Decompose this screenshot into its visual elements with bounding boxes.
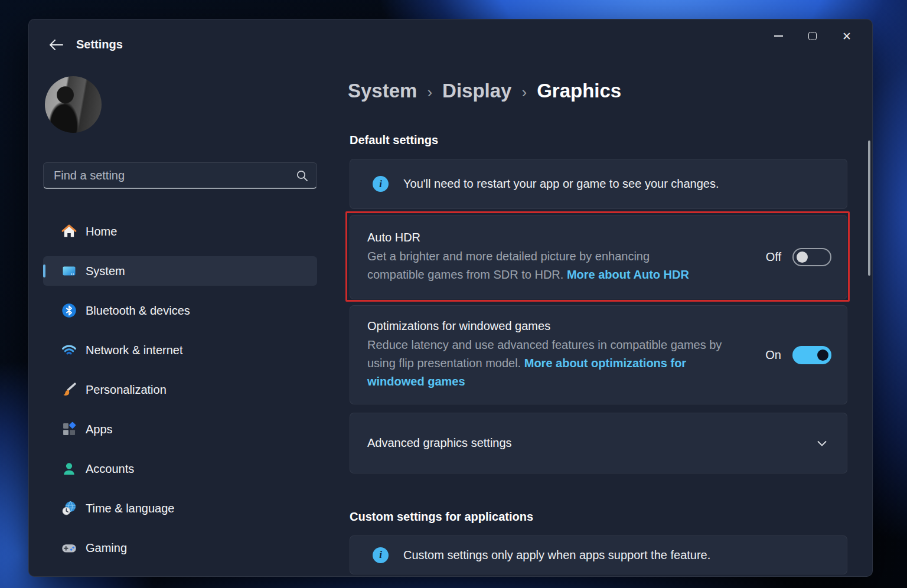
sidebar-item-personalization[interactable]: Personalization	[43, 375, 317, 404]
breadcrumb-system[interactable]: System	[348, 80, 417, 102]
auto-hdr-text: Auto HDR Get a brighter and more detaile…	[367, 231, 709, 284]
toggle-thumb	[797, 251, 808, 263]
gaming-icon	[61, 540, 77, 556]
optimizations-toggle-group: On	[765, 346, 831, 364]
info-icon: i	[373, 176, 389, 192]
custom-settings-info-banner: i Custom settings only apply when apps s…	[350, 535, 847, 574]
info-icon: i	[373, 547, 389, 563]
restart-banner-text: You'll need to restart your app or game …	[403, 177, 719, 191]
sidebar-item-bluetooth-devices[interactable]: Bluetooth & devices	[43, 296, 317, 325]
auto-hdr-title: Auto HDR	[367, 231, 709, 244]
system-icon	[61, 263, 77, 279]
sidebar-item-gaming[interactable]: Gaming	[43, 533, 317, 563]
personalization-icon	[61, 381, 77, 398]
auto-hdr-description: Get a brighter and more detailed picture…	[367, 247, 709, 284]
optimizations-toggle[interactable]	[792, 346, 831, 364]
app-title: Settings	[76, 38, 123, 51]
windowed-games-optimizations-card: Optimizations for windowed games Reduce …	[350, 305, 847, 404]
auto-hdr-toggle-label: Off	[766, 250, 781, 264]
window-controls: ✕	[761, 24, 864, 48]
scrollbar-thumb[interactable]	[868, 141, 870, 276]
sidebar-nav: Home System Bl	[43, 217, 317, 573]
toggle-thumb	[817, 349, 828, 361]
auto-hdr-toggle[interactable]	[792, 248, 831, 266]
advanced-graphics-settings-expander[interactable]: Advanced graphics settings	[350, 413, 847, 473]
apps-icon	[61, 421, 77, 437]
sidebar-item-network-internet[interactable]: Network & internet	[43, 335, 317, 365]
default-settings-heading: Default settings	[350, 133, 438, 147]
breadcrumb: System › Display › Graphics	[348, 80, 621, 102]
settings-window: Settings ✕ Home	[28, 19, 873, 577]
sidebar-item-label: Accounts	[86, 462, 134, 476]
close-button[interactable]: ✕	[830, 24, 864, 48]
custom-settings-heading: Custom settings for applications	[350, 510, 533, 524]
search-box[interactable]	[43, 162, 317, 189]
maximize-icon	[808, 32, 817, 40]
sidebar-item-label: Apps	[86, 423, 113, 436]
auto-hdr-toggle-group: Off	[766, 248, 831, 266]
advanced-graphics-settings-label: Advanced graphics settings	[367, 436, 512, 450]
restart-info-banner: i You'll need to restart your app or gam…	[350, 159, 847, 209]
breadcrumb-graphics: Graphics	[537, 80, 621, 102]
back-button[interactable]	[43, 35, 69, 55]
more-about-auto-hdr-link[interactable]: More about Auto HDR	[567, 268, 689, 281]
sidebar-item-time-language[interactable]: Time & language	[43, 494, 317, 523]
close-icon: ✕	[842, 31, 851, 42]
sidebar-item-label: Personalization	[86, 383, 167, 397]
auto-hdr-card: Auto HDR Get a brighter and more detaile…	[350, 215, 847, 299]
sidebar-item-system[interactable]: System	[43, 256, 317, 286]
chevron-right-icon: ›	[521, 83, 527, 102]
network-icon	[61, 342, 77, 358]
user-avatar	[45, 76, 102, 133]
search-input[interactable]	[54, 169, 296, 182]
custom-banner-text: Custom settings only apply when apps sup…	[403, 548, 710, 562]
back-arrow-icon	[49, 40, 63, 50]
optimizations-text: Optimizations for windowed games Reduce …	[367, 319, 727, 391]
search-icon[interactable]	[296, 169, 308, 182]
time-language-icon	[61, 500, 77, 517]
sidebar-item-label: Time & language	[86, 502, 174, 515]
accounts-icon	[61, 460, 77, 477]
bluetooth-icon	[61, 302, 77, 319]
optimizations-description: Reduce latency and use advanced features…	[367, 336, 727, 391]
optimizations-title: Optimizations for windowed games	[367, 319, 727, 333]
sidebar-item-label: Home	[86, 225, 117, 239]
sidebar-item-label: System	[86, 264, 125, 278]
minimize-icon	[774, 35, 783, 37]
sidebar-item-accounts[interactable]: Accounts	[43, 454, 317, 484]
sidebar-item-label: Bluetooth & devices	[86, 304, 190, 318]
sidebar-item-label: Network & internet	[86, 344, 183, 357]
maximize-button[interactable]	[795, 24, 830, 48]
home-icon	[61, 223, 77, 240]
sidebar-item-apps[interactable]: Apps	[43, 414, 317, 444]
sidebar-item-home[interactable]: Home	[43, 217, 317, 246]
chevron-right-icon: ›	[427, 83, 432, 102]
sidebar-item-label: Gaming	[86, 541, 127, 555]
chevron-down-icon[interactable]	[815, 436, 829, 450]
breadcrumb-display[interactable]: Display	[442, 80, 511, 102]
minimize-button[interactable]	[761, 24, 795, 48]
optimizations-toggle-label: On	[765, 348, 781, 362]
